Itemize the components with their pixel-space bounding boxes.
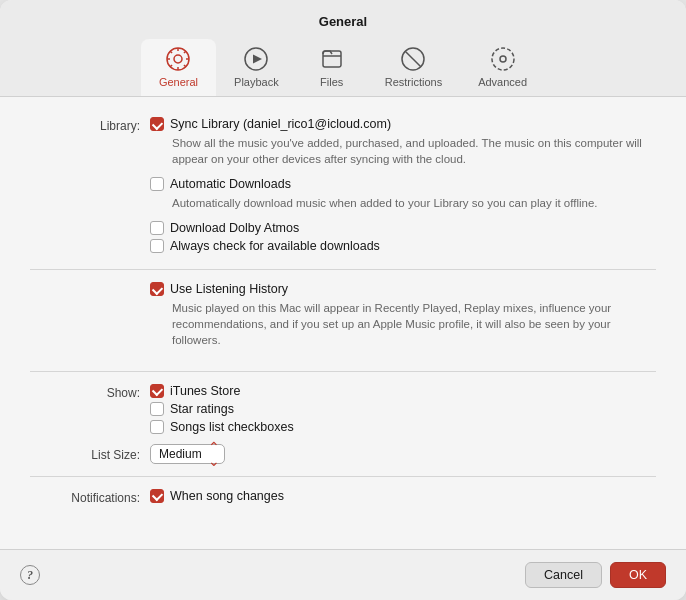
svg-line-6 — [170, 51, 172, 53]
listening-history-description: Music played on this Mac will appear in … — [172, 300, 656, 348]
list-size-select[interactable]: Small Medium Large — [150, 444, 225, 464]
songs-list-label[interactable]: Songs list checkboxes — [170, 420, 294, 434]
svg-line-9 — [170, 65, 172, 67]
svg-line-7 — [184, 65, 186, 67]
show-section: Show: iTunes Store Star ratings Songs li… — [30, 384, 656, 438]
download-dolby-label[interactable]: Download Dolby Atmos — [170, 221, 299, 235]
listening-section: Use Listening History Music played on th… — [30, 282, 656, 358]
notifications-label: Notifications: — [30, 489, 150, 507]
tab-general[interactable]: General — [141, 39, 216, 96]
notifications-section: Notifications: When song changes — [30, 489, 656, 507]
auto-downloads-checkbox[interactable] — [150, 177, 164, 191]
sync-library-checkbox[interactable] — [150, 117, 164, 131]
itunes-store-checkbox[interactable] — [150, 384, 164, 398]
dolby-row: Download Dolby Atmos — [150, 221, 656, 235]
library-section: Library: Sync Library (daniel_rico1@iclo… — [30, 117, 656, 257]
listening-history-label[interactable]: Use Listening History — [170, 282, 288, 296]
advanced-icon — [489, 45, 517, 73]
svg-line-8 — [184, 51, 186, 53]
divider-1 — [30, 269, 656, 270]
when-song-row: When song changes — [150, 489, 656, 503]
files-icon — [318, 45, 346, 73]
auto-downloads-description: Automatically download music when added … — [172, 195, 656, 211]
svg-line-14 — [405, 51, 421, 67]
listening-content: Use Listening History Music played on th… — [150, 282, 656, 358]
itunes-store-row: iTunes Store — [150, 384, 656, 398]
svg-point-16 — [492, 48, 514, 70]
title-bar: General — [0, 0, 686, 97]
download-dolby-checkbox[interactable] — [150, 221, 164, 235]
show-content: iTunes Store Star ratings Songs list che… — [150, 384, 656, 438]
ok-button[interactable]: OK — [610, 562, 666, 588]
star-ratings-checkbox[interactable] — [150, 402, 164, 416]
always-check-label[interactable]: Always check for available downloads — [170, 239, 380, 253]
tab-files-label: Files — [320, 76, 343, 88]
auto-downloads-label[interactable]: Automatic Downloads — [170, 177, 291, 191]
tab-general-label: General — [159, 76, 198, 88]
list-size-label: List Size: — [30, 446, 150, 462]
listening-history-row: Use Listening History — [150, 282, 656, 296]
star-ratings-row: Star ratings — [150, 402, 656, 416]
listening-history-checkbox[interactable] — [150, 282, 164, 296]
list-size-section: List Size: Small Medium Large ⌃⌄ — [30, 444, 656, 464]
auto-downloads-row: Automatic Downloads — [150, 177, 656, 191]
star-ratings-label[interactable]: Star ratings — [170, 402, 234, 416]
divider-2 — [30, 371, 656, 372]
tab-restrictions[interactable]: Restrictions — [367, 39, 460, 96]
content-area: Library: Sync Library (daniel_rico1@iclo… — [0, 97, 686, 549]
svg-point-15 — [500, 56, 506, 62]
tab-playback[interactable]: Playback — [216, 39, 297, 96]
svg-point-1 — [174, 55, 182, 63]
restrictions-icon — [399, 45, 427, 73]
library-label: Library: — [30, 117, 150, 257]
list-size-select-wrapper: Small Medium Large ⌃⌄ — [150, 444, 225, 464]
svg-marker-11 — [253, 55, 262, 64]
divider-3 — [30, 476, 656, 477]
window-title: General — [319, 14, 367, 29]
always-check-row: Always check for available downloads — [150, 239, 656, 253]
library-content: Sync Library (daniel_rico1@icloud.com) S… — [150, 117, 656, 257]
playback-icon — [242, 45, 270, 73]
songs-list-checkbox[interactable] — [150, 420, 164, 434]
when-song-label[interactable]: When song changes — [170, 489, 284, 503]
sync-library-row: Sync Library (daniel_rico1@icloud.com) — [150, 117, 656, 131]
toolbar: General Playback — [121, 39, 565, 96]
itunes-store-label[interactable]: iTunes Store — [170, 384, 240, 398]
tab-playback-label: Playback — [234, 76, 279, 88]
preferences-window: General — [0, 0, 686, 600]
general-icon — [164, 45, 192, 73]
show-label: Show: — [30, 384, 150, 438]
tab-advanced-label: Advanced — [478, 76, 527, 88]
footer-buttons: Cancel OK — [525, 562, 666, 588]
tab-files[interactable]: Files — [297, 39, 367, 96]
when-song-checkbox[interactable] — [150, 489, 164, 503]
footer: ? Cancel OK — [0, 549, 686, 600]
cancel-button[interactable]: Cancel — [525, 562, 602, 588]
sync-library-label[interactable]: Sync Library (daniel_rico1@icloud.com) — [170, 117, 391, 131]
tab-restrictions-label: Restrictions — [385, 76, 442, 88]
tab-advanced[interactable]: Advanced — [460, 39, 545, 96]
always-check-checkbox[interactable] — [150, 239, 164, 253]
sync-library-description: Show all the music you've added, purchas… — [172, 135, 656, 167]
help-button[interactable]: ? — [20, 565, 40, 585]
notifications-content: When song changes — [150, 489, 656, 507]
songs-list-row: Songs list checkboxes — [150, 420, 656, 434]
